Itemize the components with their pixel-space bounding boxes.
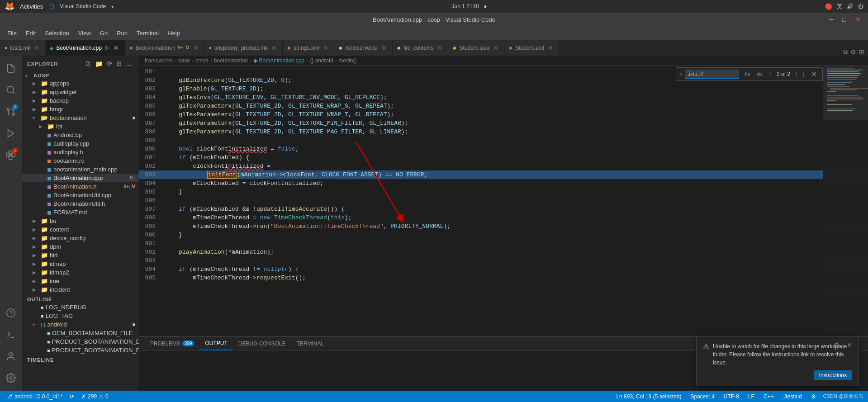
menu-edit[interactable]: Edit bbox=[22, 28, 39, 38]
sidebar-item-ime[interactable]: ▶ 📁 ime bbox=[22, 277, 139, 285]
status-sync[interactable]: ⟳ bbox=[68, 393, 76, 400]
breadcrumb-bootanimation[interactable]: bootanimation bbox=[214, 57, 248, 64]
settings-icon[interactable]: ⚙ bbox=[850, 48, 856, 56]
breadcrumb-base[interactable]: base bbox=[178, 57, 190, 64]
activity-help[interactable] bbox=[2, 304, 20, 322]
status-errors[interactable]: ✗ 299 ⚠ 0 bbox=[80, 393, 110, 400]
sidebar-item-format-md[interactable]: ▶ ◼ FORMAT.md bbox=[22, 208, 139, 217]
sidebar-item-idmap2[interactable]: ▶ 📁 idmap2 bbox=[22, 268, 139, 277]
more-actions-icon[interactable]: … bbox=[125, 59, 133, 68]
whole-word-button[interactable]: ab bbox=[754, 71, 764, 78]
notification-close-button[interactable]: ✕ bbox=[844, 341, 855, 350]
panel-tab-output[interactable]: OUTPUT bbox=[199, 337, 232, 350]
sidebar-item-appops[interactable]: ▶ 📁 appops bbox=[22, 79, 139, 88]
instructions-button[interactable]: Instructions bbox=[814, 370, 852, 380]
tab-close-helloserver[interactable]: ✕ bbox=[380, 44, 388, 52]
sidebar-item-bootanimation-main[interactable]: ▶ ◼ bootanimation_main.cpp bbox=[22, 165, 139, 174]
minimize-button[interactable]: ─ bbox=[826, 15, 836, 24]
sidebar-item-audioplay-h[interactable]: ▶ ◼ audioplay.h bbox=[22, 148, 139, 156]
tab-bootanimation-h[interactable]: ◆ BootAnimation.h 9+, M ✕ bbox=[125, 40, 204, 56]
new-folder-icon[interactable]: 📁 bbox=[94, 59, 104, 68]
lang-icon[interactable]: 🔴 bbox=[825, 3, 832, 10]
sidebar-item-bootanimutil-cpp[interactable]: ▶ ◼ BootAnimationUtil.cpp bbox=[22, 191, 139, 199]
outline-log-ndebug[interactable]: ▶ ■ LOG_NDEBUG bbox=[22, 303, 139, 312]
tab-close-bootanimation-cpp[interactable]: ✕ bbox=[113, 44, 120, 52]
status-path[interactable]: ./testaid bbox=[781, 393, 804, 400]
sidebar-item-bootanim-rc[interactable]: ▶ ◼ bootanim.rc bbox=[22, 156, 139, 165]
lang-label[interactable]: 英 bbox=[837, 3, 842, 10]
collapse-all-icon[interactable]: ⊟ bbox=[115, 59, 123, 68]
find-input[interactable] bbox=[685, 70, 739, 79]
breadcrumb-namespace[interactable]: {} android bbox=[310, 57, 333, 64]
sidebar-item-bmgr[interactable]: ▶ 📁 bmgr bbox=[22, 105, 139, 114]
sidebar-item-idmap[interactable]: ▶ 📁 idmap bbox=[22, 260, 139, 268]
sidebar-item-audioplay-cpp[interactable]: ▶ ◼ audioplay.cpp bbox=[22, 139, 139, 148]
outline-product-file-1[interactable]: ▶ ■ PRODUCT_BOOTANIMATION_D... bbox=[22, 337, 139, 346]
outline-product-file-2[interactable]: ▶ ■ PRODUCT_BOOTANIMATION_D... bbox=[22, 346, 139, 355]
activity-explorer[interactable] bbox=[2, 59, 20, 77]
refresh-icon[interactable]: ⟳ bbox=[106, 59, 114, 68]
tab-helloserver[interactable]: ◆ helloserver.te ✕ bbox=[334, 40, 392, 56]
sidebar-item-backup[interactable]: ▶ 📁 backup bbox=[22, 96, 139, 105]
outline-log-tag[interactable]: ▶ ■ LOG_TAG bbox=[22, 312, 139, 320]
menu-terminal[interactable]: Terminal bbox=[133, 28, 162, 38]
activity-run[interactable] bbox=[2, 124, 20, 142]
case-sensitive-button[interactable]: Aa bbox=[742, 71, 752, 78]
outline-android-namespace[interactable]: ▾ { } android bbox=[22, 320, 139, 329]
activity-terminal[interactable] bbox=[2, 326, 20, 344]
menu-file[interactable]: File bbox=[4, 28, 20, 38]
status-eol[interactable]: LF bbox=[746, 393, 756, 400]
chevron-down-icon[interactable]: ▾ bbox=[111, 4, 114, 9]
activity-search[interactable] bbox=[2, 81, 20, 99]
aosp-root[interactable]: ▾ AOSP bbox=[22, 72, 139, 79]
status-spaces[interactable]: Spaces: 4 bbox=[688, 393, 716, 400]
regex-button[interactable]: .* bbox=[766, 71, 774, 78]
activity-settings[interactable] bbox=[2, 369, 20, 387]
minimap[interactable] bbox=[823, 66, 868, 336]
sidebar-item-iot[interactable]: ▶ 📁 iot bbox=[22, 122, 139, 131]
activity-account[interactable] bbox=[2, 347, 20, 365]
breadcrumb-frameworks[interactable]: frameworks bbox=[145, 57, 173, 64]
menu-selection[interactable]: Selection bbox=[41, 28, 72, 38]
firefox-icon[interactable]: 🦊 bbox=[5, 1, 14, 11]
vscode-app-label[interactable]: Visual Studio Code bbox=[60, 3, 106, 9]
panel-tab-debug[interactable]: DEBUG CONSOLE bbox=[233, 337, 291, 350]
tab-close-student-aidl[interactable]: ✕ bbox=[547, 44, 554, 52]
vscode-app-icon[interactable]: ⬡ bbox=[48, 2, 54, 10]
tab-close-telephony[interactable]: ✕ bbox=[270, 44, 278, 52]
tab-student-aidl[interactable]: ◆ Student.aidl ✕ bbox=[504, 40, 559, 56]
sidebar-item-bu[interactable]: ▶ 📁 bu bbox=[22, 217, 139, 225]
code-editor[interactable]: 881 882 glBindTexture(GL_TEXTURE_2D, 0);… bbox=[139, 66, 823, 336]
sidebar-item-dpm[interactable]: ▶ 📁 dpm bbox=[22, 242, 139, 251]
tab-close-bootanimation-h[interactable]: ✕ bbox=[192, 44, 199, 52]
tab-strings-xml[interactable]: ◆ strings.xml ✕ bbox=[283, 40, 334, 56]
sidebar-item-content[interactable]: ▶ 📁 content bbox=[22, 225, 139, 234]
status-branch[interactable]: ⎇ android-10.0.0_r41* bbox=[5, 393, 64, 400]
find-close-button[interactable]: ✕ bbox=[809, 70, 819, 79]
status-encoding[interactable]: UTF-8 bbox=[722, 393, 741, 400]
sidebar-item-hid[interactable]: ▶ 📁 hid bbox=[22, 251, 139, 260]
tab-student-java[interactable]: ◆ Student.java ✕ bbox=[448, 40, 504, 56]
activity-extensions[interactable]: 1 bbox=[2, 146, 20, 164]
menu-run[interactable]: Run bbox=[113, 28, 131, 38]
sidebar-item-bootanimation-h[interactable]: ▶ ◼ BootAnimation.h 9+, M bbox=[22, 182, 139, 191]
activity-source-control[interactable]: 1 bbox=[2, 103, 20, 121]
breadcrumb-function[interactable]: movie() bbox=[339, 57, 357, 64]
close-button[interactable]: ✕ bbox=[853, 15, 863, 24]
sidebar-item-androidbp[interactable]: ▶ ◼ Android.bp bbox=[22, 131, 139, 139]
tab-close-student-java[interactable]: ✕ bbox=[492, 44, 499, 52]
outline-oem-file[interactable]: ▶ ■ OEM_BOOTANIMATION_FILE bbox=[22, 329, 139, 337]
tab-bootanimation-cpp[interactable]: ◆ BootAnimation.cpp 9+ ✕ bbox=[45, 40, 124, 56]
replace-toggle-icon[interactable]: › bbox=[680, 71, 682, 78]
panel-tab-terminal[interactable]: TERMINAL bbox=[291, 337, 329, 350]
menu-view[interactable]: View bbox=[75, 28, 95, 38]
sidebar-item-bootanimation[interactable]: ▾ 📂 bootanimation bbox=[22, 114, 139, 122]
menu-help[interactable]: Help bbox=[164, 28, 184, 38]
status-position[interactable]: Ln 893, Col 19 (5 selected) bbox=[614, 393, 683, 400]
breadcrumb-file[interactable]: ◆ BootAnimation.cpp bbox=[253, 57, 304, 64]
menu-go[interactable]: Go bbox=[96, 28, 111, 38]
split-editor-icon[interactable]: ⧉ bbox=[843, 48, 848, 56]
sidebar-item-bootanimutil-h[interactable]: ▶ ◼ BootAnimationUtil.h bbox=[22, 199, 139, 208]
notification-settings-button[interactable]: ⚙ bbox=[831, 341, 842, 350]
power-icon[interactable]: ⏻ bbox=[858, 3, 863, 9]
